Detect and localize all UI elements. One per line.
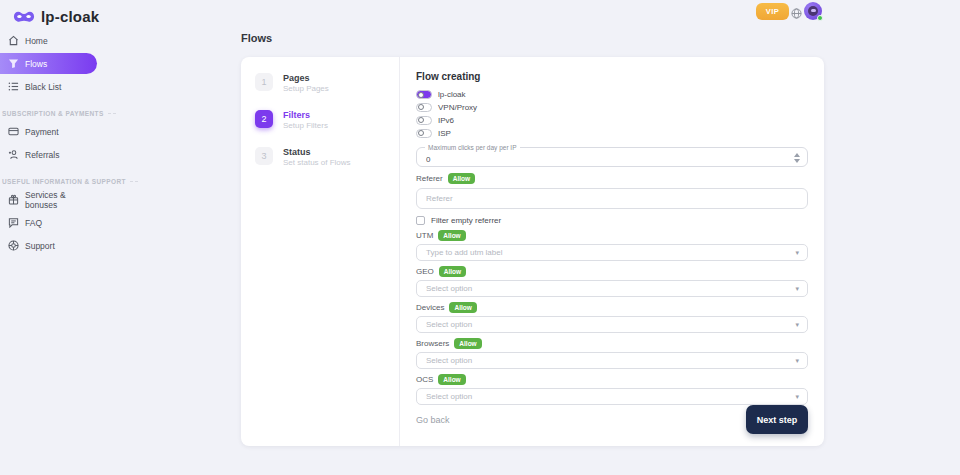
avatar-face bbox=[808, 6, 818, 16]
sidebar-item-black-list[interactable]: Black List bbox=[0, 76, 100, 97]
step-number: 1 bbox=[255, 73, 273, 91]
devices-allow-badge[interactable]: Allow bbox=[449, 302, 476, 313]
form-actions: Go back Next step bbox=[416, 405, 808, 434]
step-pages[interactable]: 1 Pages Setup Pages bbox=[255, 73, 385, 94]
toggle-label: VPN/Proxy bbox=[438, 103, 477, 112]
chevron-down-icon: ▾ bbox=[795, 320, 799, 328]
devices-label: Devices bbox=[416, 303, 444, 312]
stepper-up-icon[interactable] bbox=[794, 153, 800, 157]
step-title: Filters bbox=[283, 110, 328, 121]
next-step-button[interactable]: Next step bbox=[746, 405, 808, 434]
go-back-button[interactable]: Go back bbox=[416, 413, 450, 427]
toggle-switch[interactable] bbox=[416, 116, 432, 125]
utm-allow-badge[interactable]: Allow bbox=[438, 230, 465, 241]
chevron-down-icon: ▾ bbox=[795, 356, 799, 364]
lifebuoy-icon bbox=[8, 240, 19, 251]
sidebar-item-support[interactable]: Support bbox=[0, 235, 100, 256]
page-title: Flows bbox=[241, 32, 272, 44]
ocs-field-group: OCS Allow Select option ▾ bbox=[416, 369, 808, 405]
sidebar-item-referrals[interactable]: Referrals bbox=[0, 144, 100, 165]
filters-form: Flow creating lp-cloak VPN/Proxy IPv6 IS… bbox=[400, 57, 824, 446]
sidebar-item-label: Payment bbox=[25, 127, 59, 137]
flows-icon bbox=[8, 58, 19, 69]
sidebar-section-subscription: SUBSCRIPTION & PAYMENTS bbox=[2, 110, 100, 117]
steps-column: 1 Pages Setup Pages 2 Filters Setup Filt… bbox=[241, 57, 399, 446]
sidebar-item-flows[interactable]: Flows bbox=[0, 53, 97, 74]
step-number: 3 bbox=[255, 147, 273, 165]
utm-select[interactable]: Type to add utm label ▾ bbox=[416, 244, 808, 261]
toggle-label: lp-cloak bbox=[438, 90, 466, 99]
geo-allow-badge[interactable]: Allow bbox=[439, 266, 466, 277]
step-number: 2 bbox=[255, 110, 273, 128]
referer-allow-badge[interactable]: Allow bbox=[448, 173, 475, 184]
step-status[interactable]: 3 Status Set status of Flows bbox=[255, 147, 385, 168]
toggle-switch[interactable] bbox=[416, 90, 432, 99]
devices-select[interactable]: Select option ▾ bbox=[416, 316, 808, 333]
utm-label: UTM bbox=[416, 231, 433, 240]
form-title: Flow creating bbox=[416, 71, 808, 82]
toggle-label: ISP bbox=[438, 129, 451, 138]
toggle-switch[interactable] bbox=[416, 129, 432, 138]
utm-field-group: UTM Allow Type to add utm label ▾ bbox=[416, 225, 808, 261]
home-icon bbox=[8, 35, 19, 46]
brand-name: lp-cloak bbox=[41, 8, 99, 25]
chevron-down-icon: ▾ bbox=[795, 248, 799, 256]
brand-logo[interactable]: lp-cloak bbox=[13, 8, 99, 25]
step-subtitle: Setup Pages bbox=[283, 84, 329, 94]
referer-input[interactable] bbox=[416, 188, 808, 208]
toggle-lp-cloak[interactable]: lp-cloak bbox=[416, 89, 808, 99]
list-icon bbox=[8, 81, 19, 92]
step-filters[interactable]: 2 Filters Setup Filters bbox=[255, 110, 385, 131]
max-clicks-label: Maximum clicks per day per IP bbox=[425, 144, 520, 151]
browsers-select[interactable]: Select option ▾ bbox=[416, 352, 808, 369]
step-subtitle: Set status of Flows bbox=[283, 158, 351, 168]
referer-label: Referer bbox=[416, 174, 443, 183]
toggle-vpn-proxy[interactable]: VPN/Proxy bbox=[416, 102, 808, 112]
filter-empty-referrer-checkbox[interactable] bbox=[416, 216, 425, 225]
browsers-allow-badge[interactable]: Allow bbox=[454, 338, 481, 349]
toggle-group: lp-cloak VPN/Proxy IPv6 ISP bbox=[416, 89, 808, 141]
referral-user-icon bbox=[8, 149, 19, 160]
sidebar-item-label: Home bbox=[25, 36, 48, 46]
sidebar-item-home[interactable]: Home bbox=[0, 30, 100, 51]
sidebar-item-services[interactable]: Services & bonuses bbox=[0, 189, 100, 210]
sidebar: Home Flows Black List SUBSCRIPTION & PAY… bbox=[0, 30, 100, 258]
sidebar-item-payment[interactable]: Payment bbox=[0, 121, 100, 142]
geo-label: GEO bbox=[416, 267, 434, 276]
toggle-ipv6[interactable]: IPv6 bbox=[416, 115, 808, 125]
geo-select[interactable]: Select option ▾ bbox=[416, 280, 808, 297]
filter-empty-referrer-row[interactable]: Filter empty referrer bbox=[416, 216, 808, 225]
vip-button[interactable]: VIP bbox=[756, 3, 789, 20]
step-subtitle: Setup Filters bbox=[283, 121, 328, 131]
app-root: lp-cloak VIP Home Flows Black List bbox=[0, 0, 960, 475]
ocs-select[interactable]: Select option ▾ bbox=[416, 388, 808, 405]
sidebar-item-faq[interactable]: FAQ bbox=[0, 212, 100, 233]
ocs-label: OCS bbox=[416, 375, 433, 384]
sidebar-item-label: FAQ bbox=[25, 218, 42, 228]
max-clicks-input[interactable] bbox=[417, 150, 807, 168]
browsers-field-group: Browsers Allow Select option ▾ bbox=[416, 333, 808, 369]
number-stepper[interactable] bbox=[794, 153, 800, 163]
sidebar-item-label: Flows bbox=[25, 59, 47, 69]
sidebar-item-label: Black List bbox=[25, 82, 61, 92]
credit-card-icon bbox=[8, 126, 19, 137]
step-title: Pages bbox=[283, 73, 329, 84]
devices-field-group: Devices Allow Select option ▾ bbox=[416, 297, 808, 333]
chevron-down-icon: ▾ bbox=[795, 392, 799, 400]
language-globe-icon[interactable] bbox=[791, 5, 802, 16]
max-clicks-field: Maximum clicks per day per IP bbox=[416, 147, 808, 167]
checkbox-label: Filter empty referrer bbox=[431, 216, 501, 225]
chat-icon bbox=[8, 217, 19, 228]
sidebar-item-label: Support bbox=[25, 241, 55, 251]
stepper-down-icon[interactable] bbox=[794, 159, 800, 163]
toggle-switch[interactable] bbox=[416, 103, 432, 112]
browsers-label: Browsers bbox=[416, 339, 449, 348]
mask-logo-icon bbox=[13, 10, 35, 23]
user-avatar[interactable] bbox=[804, 2, 822, 20]
step-title: Status bbox=[283, 147, 351, 158]
sidebar-item-label: Services & bonuses bbox=[25, 190, 92, 210]
referer-label-row: Referer Allow bbox=[416, 173, 808, 184]
geo-field-group: GEO Allow Select option ▾ bbox=[416, 261, 808, 297]
toggle-isp[interactable]: ISP bbox=[416, 128, 808, 138]
ocs-allow-badge[interactable]: Allow bbox=[438, 374, 465, 385]
